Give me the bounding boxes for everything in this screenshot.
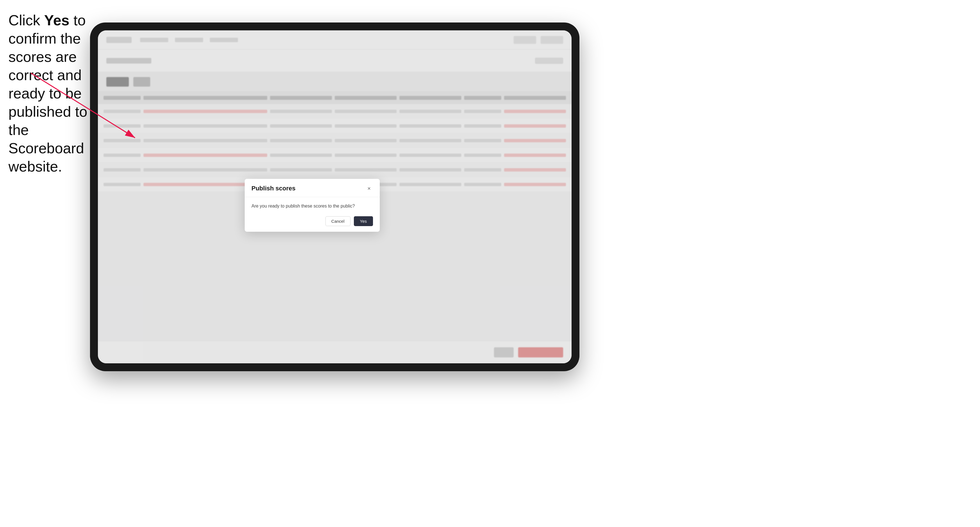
yes-button[interactable]: Yes [354,216,373,226]
modal-dialog: Publish scores × Are you ready to publis… [245,179,380,232]
instruction-bold: Yes [44,12,70,29]
cancel-button[interactable]: Cancel [325,216,350,226]
tablet-device: Publish scores × Are you ready to publis… [90,22,579,371]
instruction-text: Click Yes to confirm the scores are corr… [8,11,90,176]
modal-overlay: Publish scores × Are you ready to publis… [98,30,571,364]
modal-message: Are you ready to publish these scores to… [251,203,373,210]
modal-footer: Cancel Yes [245,216,380,232]
modal-header: Publish scores × [245,179,380,197]
modal-title: Publish scores [251,185,296,192]
modal-body: Are you ready to publish these scores to… [245,197,380,216]
tablet-screen: Publish scores × Are you ready to publis… [98,30,571,364]
modal-close-button[interactable]: × [365,184,373,192]
